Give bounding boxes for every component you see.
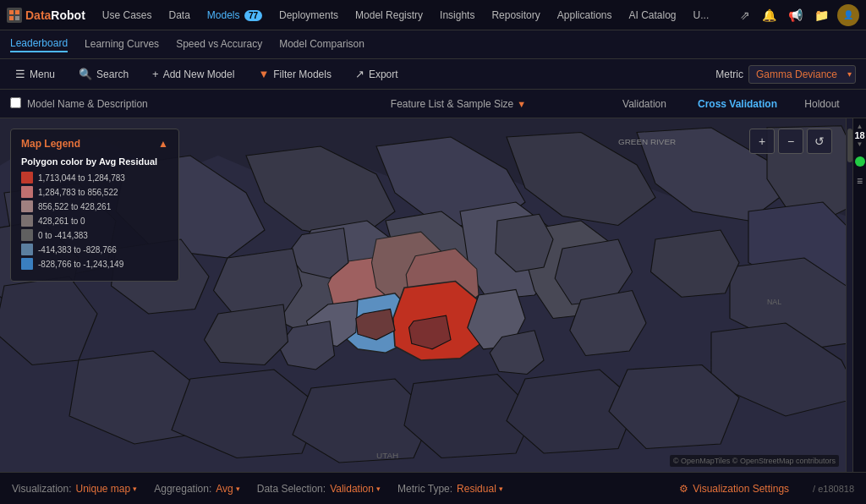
- nav-deployments[interactable]: Deployments: [272, 9, 345, 21]
- svg-rect-2: [9, 16, 14, 20]
- zoom-in-button[interactable]: +: [749, 129, 775, 154]
- legend-item-5: 0 to -414,383: [21, 229, 168, 241]
- scroll-up-arrow[interactable]: ▲: [857, 123, 863, 130]
- data-selection-label: Data Selection:: [257, 483, 326, 495]
- metric-type-chevron: ▾: [499, 485, 503, 493]
- feature-column-header: Feature List & Sample Size ▼: [315, 98, 602, 110]
- metric-type-value-button[interactable]: Residual ▾: [457, 483, 503, 495]
- metric-type-selector: Metric Type: Residual ▾: [397, 483, 503, 495]
- list-view-icon[interactable]: ≡: [857, 175, 863, 187]
- model-id: / e180818: [813, 484, 854, 494]
- legend-label-5: 0 to -414,383: [38, 231, 88, 240]
- svg-text:NAL: NAL: [767, 298, 781, 306]
- cross-validation-column-header: Cross Validation: [687, 98, 788, 110]
- add-model-button[interactable]: + Add New Model: [147, 65, 239, 83]
- legend-label-7: -828,766 to -1,243,149: [38, 260, 123, 269]
- zoom-out-button[interactable]: −: [778, 129, 803, 154]
- select-all-checkbox[interactable]: [10, 97, 27, 111]
- nav-user[interactable]: U...: [687, 9, 716, 21]
- menu-icon: ☰: [15, 68, 25, 80]
- legend-title-button[interactable]: Map Legend ▲: [21, 138, 168, 150]
- visualization-value-button[interactable]: Unique map ▾: [76, 483, 138, 495]
- models-badge: 77: [244, 10, 262, 21]
- header-checkbox[interactable]: [10, 97, 21, 108]
- nav-ai-catalog[interactable]: AI Catalog: [622, 9, 683, 21]
- nav-model-registry[interactable]: Model Registry: [348, 9, 430, 21]
- metric-type-label: Metric Type:: [397, 483, 452, 495]
- legend-item-3: 856,522 to 428,261: [21, 200, 168, 212]
- svg-rect-3: [15, 16, 19, 20]
- settings-gear-icon: ⚙: [679, 483, 688, 495]
- scroll-down-arrow[interactable]: ▼: [857, 141, 863, 148]
- metric-label: Metric: [715, 68, 743, 80]
- visualization-settings-button[interactable]: ⚙ Visualization Settings: [679, 483, 789, 495]
- logo-icon: [7, 8, 22, 23]
- tab-learning-curves[interactable]: Learning Curves: [85, 38, 159, 52]
- export-button[interactable]: ↗ Export: [350, 65, 403, 83]
- filter-models-button[interactable]: ▼ Filter Models: [253, 65, 337, 83]
- legend-label-2: 1,284,783 to 856,522: [38, 188, 118, 197]
- legend-item-4: 428,261 to 0: [21, 215, 168, 227]
- tab-speed-accuracy[interactable]: Speed vs Accuracy: [176, 38, 262, 52]
- visualization-label: Visualization:: [12, 483, 72, 495]
- nav-repository[interactable]: Repository: [485, 9, 546, 21]
- tab-leaderboard[interactable]: Leaderboard: [10, 37, 68, 52]
- legend-color-2: [21, 186, 33, 198]
- user-avatar[interactable]: 👤: [837, 4, 859, 26]
- toolbar: ☰ Menu 🔍 Search + Add New Model ▼ Filter…: [0, 59, 866, 90]
- svg-rect-1: [15, 10, 19, 14]
- scrollbar[interactable]: [846, 118, 852, 472]
- nav-models[interactable]: Models 77: [200, 9, 269, 21]
- validation-column-header: Validation: [602, 98, 687, 110]
- alerts-icon[interactable]: 📢: [785, 7, 806, 24]
- reset-view-button[interactable]: ↺: [807, 129, 832, 154]
- share-icon[interactable]: ⇗: [737, 7, 754, 24]
- feature-filter-icon[interactable]: ▼: [517, 99, 526, 109]
- legend-item-6: -414,383 to -828,766: [21, 244, 168, 255]
- map-legend: Map Legend ▲ Polygon color by Avg Residu…: [10, 129, 179, 282]
- metric-dropdown[interactable]: Gamma Deviance RMSE R Squared MAE: [748, 65, 856, 84]
- tab-model-comparison[interactable]: Model Comparison: [279, 38, 364, 52]
- search-button[interactable]: 🔍 Search: [74, 65, 134, 83]
- legend-color-3: [21, 200, 33, 212]
- svg-text:GREEN RIVER: GREEN RIVER: [618, 137, 676, 146]
- main-content: GREEN RIVER NAL UTAH Map Legend ▲ Polygo…: [0, 118, 866, 472]
- map-copyright: © OpenMapTiles © OpenStreetMap contribut…: [670, 455, 839, 467]
- folder-icon[interactable]: 📁: [811, 7, 832, 24]
- legend-label-1: 1,713,044 to 1,284,783: [38, 173, 125, 183]
- add-icon: +: [152, 68, 159, 80]
- svg-rect-0: [9, 10, 14, 14]
- legend-label-6: -414,383 to -828,766: [38, 245, 117, 255]
- scroll-counter: ▲ 18 ▼: [854, 123, 864, 148]
- legend-label-3: 856,522 to 428,261: [38, 202, 111, 211]
- search-icon: 🔍: [79, 68, 92, 80]
- nav-insights[interactable]: Insights: [433, 9, 481, 21]
- top-navigation: DataRobot Use Cases Data Models 77 Deplo…: [0, 0, 866, 30]
- legend-color-1: [21, 172, 33, 184]
- secondary-navigation: Leaderboard Learning Curves Speed vs Acc…: [0, 30, 866, 59]
- nav-icon-group: ⇗ 🔔 📢 📁 👤: [737, 4, 859, 26]
- map-container[interactable]: GREEN RIVER NAL UTAH Map Legend ▲ Polygo…: [0, 118, 846, 472]
- data-selection-value-button[interactable]: Validation ▾: [330, 483, 381, 495]
- legend-item-2: 1,284,783 to 856,522: [21, 186, 168, 198]
- data-selection-selector: Data Selection: Validation ▾: [257, 483, 381, 495]
- legend-color-5: [21, 229, 33, 241]
- app-logo[interactable]: DataRobot: [7, 8, 85, 23]
- legend-color-4: [21, 215, 33, 227]
- nav-use-cases[interactable]: Use Cases: [96, 9, 159, 21]
- nav-data[interactable]: Data: [162, 9, 196, 21]
- aggregation-value-button[interactable]: Avg ▾: [216, 483, 239, 495]
- visualization-chevron: ▾: [133, 485, 137, 493]
- model-column-header: Model Name & Description: [27, 98, 315, 110]
- scrollbar-thumb[interactable]: [847, 129, 852, 162]
- legend-color-6: [21, 244, 33, 255]
- aggregation-selector: Aggregation: Avg ▾: [154, 483, 240, 495]
- legend-label-4: 428,261 to 0: [38, 216, 85, 226]
- legend-item-7: -828,766 to -1,243,149: [21, 258, 168, 270]
- map-controls: + − ↺: [749, 129, 832, 154]
- notifications-icon[interactable]: 🔔: [759, 7, 780, 24]
- metric-dropdown-wrap[interactable]: Gamma Deviance RMSE R Squared MAE: [748, 65, 856, 84]
- nav-applications[interactable]: Applications: [551, 9, 619, 21]
- menu-button[interactable]: ☰ Menu: [10, 65, 60, 83]
- legend-color-7: [21, 258, 33, 270]
